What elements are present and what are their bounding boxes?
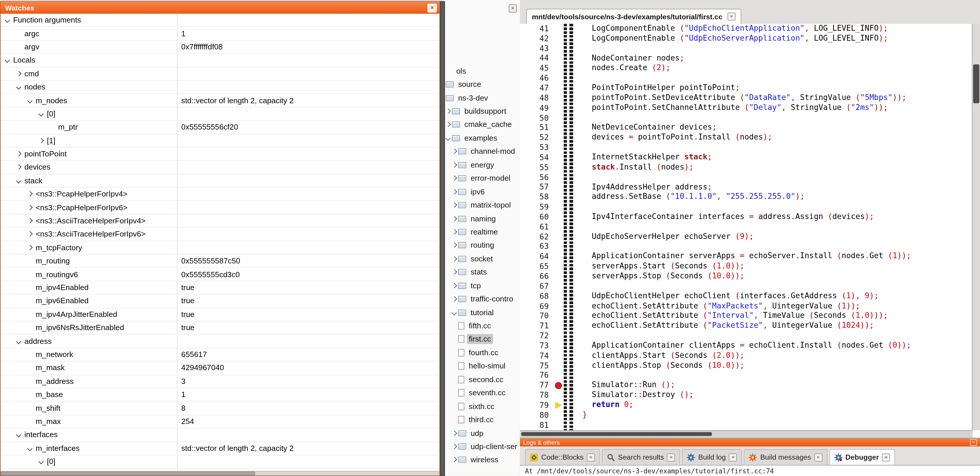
code-line-54[interactable]: 54 InternetStackHelper stack;	[520, 153, 980, 163]
watch-row-m-ipv4arpjitterenabled[interactable]: m_ipv4ArpJitterEnabledtrue	[1, 308, 439, 322]
tree-item-naming[interactable]: naming	[444, 212, 520, 225]
line-number[interactable]: 46	[520, 74, 554, 83]
watch-row-function-arguments[interactable]: Function arguments	[1, 14, 439, 27]
code-line-69[interactable]: 69 echoClient.SetAttribute ("MaxPackets"…	[520, 301, 980, 311]
expand-right-icon[interactable]	[452, 230, 457, 235]
watch-row-m-shift[interactable]: m_shift8	[1, 402, 439, 415]
breakpoint-margin[interactable]	[554, 133, 564, 143]
expand-right-icon[interactable]	[452, 189, 457, 194]
watch-row-pointtopoint[interactable]: pointToPoint	[1, 148, 439, 161]
tree-item-third-cc[interactable]: third.cc	[444, 413, 520, 426]
code-line-60[interactable]: 60 Ipv4InterfaceContainer interfaces = a…	[520, 212, 980, 222]
watch-row-m-ipv4enabled[interactable]: m_ipv4Enabledtrue	[1, 281, 439, 295]
tree-item-examples[interactable]: examples	[444, 132, 520, 145]
expand-right-icon[interactable]	[452, 216, 457, 221]
breakpoint-margin[interactable]	[554, 311, 564, 321]
tree-item-energy[interactable]: energy	[444, 158, 520, 172]
expand-down-icon[interactable]	[16, 177, 24, 184]
line-number[interactable]: 56	[520, 173, 554, 182]
expand-down-icon[interactable]	[445, 136, 450, 141]
expand-right-icon[interactable]	[452, 444, 457, 449]
expand-down-icon[interactable]	[38, 458, 47, 465]
tree-item-sixth-cc[interactable]: sixth.cc	[444, 400, 520, 413]
close-icon[interactable]: ×	[729, 453, 737, 462]
line-number[interactable]: 47	[520, 84, 554, 93]
code-line-57[interactable]: 57 Ipv4AddressHelper address;	[520, 182, 980, 192]
close-icon[interactable]: ×	[727, 13, 735, 21]
line-number[interactable]: 72	[520, 332, 554, 340]
line-number[interactable]: 73	[520, 342, 554, 350]
tree-item-hello-simul[interactable]: hello-simul	[444, 359, 520, 373]
editor-vertical-scrollbar[interactable]	[972, 24, 980, 430]
line-number[interactable]: 75	[520, 361, 554, 370]
code-line-77[interactable]: 77 Simulator::Run ();	[520, 380, 980, 390]
expand-right-icon[interactable]	[16, 70, 24, 77]
breakpoint-margin[interactable]	[554, 262, 564, 272]
close-icon[interactable]: ×	[587, 453, 595, 462]
line-number[interactable]: 53	[520, 143, 554, 152]
breakpoint-margin[interactable]	[554, 291, 564, 301]
watch-row-m-address[interactable]: m_address3	[1, 375, 439, 388]
watch-row-m-ipv6enabled[interactable]: m_ipv6Enabledtrue	[1, 295, 439, 308]
watch-row-first[interactable]: first	[1, 469, 439, 471]
line-number[interactable]: 67	[520, 282, 554, 291]
breakpoint-margin[interactable]	[554, 301, 564, 311]
code-line-47[interactable]: 47 PointToPointHelper pointToPoint;	[520, 83, 980, 93]
code-line-43[interactable]: 43	[520, 43, 980, 54]
line-number[interactable]: 68	[520, 292, 554, 300]
tree-item-traffic-contro[interactable]: traffic-contro	[444, 292, 520, 306]
log-tab-code-blocks[interactable]: Code::Blocks×	[525, 449, 600, 465]
breakpoint-margin[interactable]	[554, 272, 564, 281]
expand-right-icon[interactable]	[452, 203, 457, 208]
scrollbar-thumb[interactable]	[1, 471, 255, 475]
code-line-46[interactable]: 46	[520, 73, 980, 83]
watch-row-1[interactable]: [1]	[1, 134, 439, 148]
watch-row-m-interfaces[interactable]: m_interfacesstd::vector of length 2, cap…	[1, 442, 439, 455]
log-tab-build-log[interactable]: Build log×	[682, 449, 742, 465]
watch-row-0[interactable]: [0]	[1, 455, 439, 469]
watch-row-ns3-pcaphelperforipv6[interactable]: <ns3::PcapHelperForIpv6>	[1, 201, 439, 215]
code-line-50[interactable]: 50	[520, 113, 980, 123]
editor-tab-first-cc[interactable]: mnt/dev/tools/source/ns-3-dev/examples/t…	[526, 9, 741, 24]
editor-horizontal-scrollbar[interactable]	[520, 430, 973, 438]
code-line-62[interactable]: 62 UdpEchoServerHelper echoServer (9);	[520, 232, 980, 242]
close-icon[interactable]: ×	[814, 453, 822, 462]
line-number[interactable]: 54	[520, 153, 554, 162]
code-line-55[interactable]: 55 stack.Install (nodes);	[520, 163, 980, 173]
log-tab-debugger[interactable]: Debugger×	[829, 449, 895, 465]
watch-row-m-mask[interactable]: m_mask4294967040	[1, 362, 439, 375]
expand-right-icon[interactable]	[452, 431, 457, 436]
breakpoint-margin[interactable]	[554, 400, 564, 410]
watch-row-interfaces[interactable]: interfaces	[1, 428, 439, 442]
breakpoint-margin[interactable]	[554, 390, 564, 400]
watch-row-ns3-asciitracehelperforipv6[interactable]: <ns3::AsciiTraceHelperForIpv6>	[1, 228, 439, 241]
watch-row-nodes[interactable]: nodes	[1, 81, 439, 94]
expand-right-icon[interactable]	[16, 151, 24, 157]
expand-right-icon[interactable]	[452, 149, 457, 154]
breakpoint-margin[interactable]	[554, 192, 564, 202]
close-icon[interactable]: ×	[667, 453, 675, 462]
breakpoint-margin[interactable]	[554, 420, 564, 430]
watches-horizontal-scrollbar[interactable]	[1, 471, 439, 475]
expand-right-icon[interactable]	[452, 270, 457, 275]
tree-item-first-cc[interactable]: first.cc	[444, 332, 520, 346]
expand-right-icon[interactable]	[452, 256, 457, 261]
code-line-67[interactable]: 67	[520, 281, 980, 291]
code-line-72[interactable]: 72	[520, 331, 980, 341]
code-line-63[interactable]: 63	[520, 242, 980, 252]
code-line-66[interactable]: 66 serverApps.Stop (Seconds (10.0));	[520, 272, 980, 281]
line-number[interactable]: 49	[520, 104, 554, 112]
breakpoint-margin[interactable]	[554, 410, 564, 420]
watch-row-address[interactable]: address	[1, 335, 439, 348]
expand-down-icon[interactable]	[16, 84, 24, 90]
line-number[interactable]: 48	[520, 94, 554, 102]
expand-down-icon[interactable]	[27, 445, 36, 451]
line-number[interactable]: 61	[520, 222, 554, 231]
log-tab-build-messages[interactable]: Build messages×	[744, 449, 827, 465]
tree-item-source[interactable]: source	[444, 78, 520, 91]
breakpoint-margin[interactable]	[554, 54, 564, 64]
breakpoint-margin[interactable]	[554, 64, 564, 73]
watch-row-m-routing[interactable]: m_routing0x555555587c50	[1, 255, 439, 268]
watch-row-stack[interactable]: stack	[1, 174, 439, 188]
code-line-48[interactable]: 48 pointToPoint.SetDeviceAttribute ("Dat…	[520, 93, 980, 103]
